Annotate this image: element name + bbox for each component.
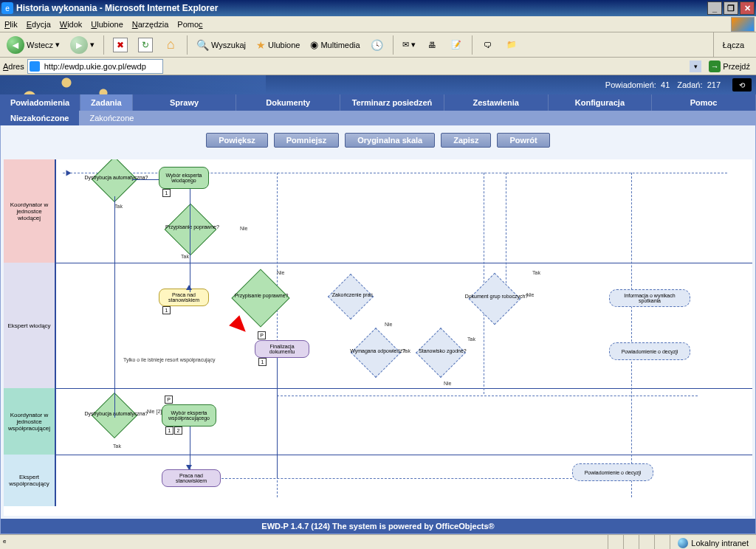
- forward-button[interactable]: ►▾: [66, 35, 98, 55]
- subtab-zakonczone[interactable]: Zakończone: [79, 111, 144, 125]
- security-zone: Lokalny intranet: [670, 535, 756, 550]
- close-button[interactable]: ✕: [740, 1, 755, 15]
- address-dropdown[interactable]: ▾: [690, 61, 701, 72]
- history-button[interactable]: 🕓: [367, 35, 388, 55]
- home-button[interactable]: ⌂: [159, 35, 182, 55]
- address-label: Adres: [3, 62, 24, 71]
- go-button[interactable]: →Przejdź: [706, 59, 753, 74]
- node-zakonczenie[interactable]: Zakończenie prac: [328, 274, 374, 320]
- tab-pomoc[interactable]: Pomoc: [652, 94, 756, 111]
- windows-flag-icon: [731, 17, 755, 32]
- workflow-diagram[interactable]: Koordynator w jednostce wiodącej Ekspert…: [4, 159, 752, 516]
- toolbar: ◄Wstecz▾ ►▾ ✖ ↻ ⌂ 🔍Wyszukaj ★Ulubione ◉M…: [0, 32, 756, 58]
- zoom-out-button[interactable]: Pomniejsz: [274, 133, 339, 148]
- original-scale-button[interactable]: Oryginalna skala: [345, 133, 435, 148]
- badge-12a: 1: [165, 427, 173, 435]
- node-wybor-eksperta-2[interactable]: Wybór eksperta współpracującego: [162, 404, 216, 427]
- stop-button[interactable]: ✖: [109, 35, 131, 55]
- tab-dokumenty[interactable]: Dokumenty: [236, 94, 340, 111]
- node-finalizacja[interactable]: Finalizacja dokumentu: [255, 340, 309, 358]
- menu-help[interactable]: Pomoc: [177, 20, 202, 29]
- menu-file[interactable]: Plik: [4, 20, 18, 29]
- links-label[interactable]: Łącza: [713, 32, 753, 58]
- address-input[interactable]: [27, 59, 163, 74]
- lane-2: Ekspert wiodący: [4, 263, 55, 388]
- badge-p: P: [258, 331, 266, 339]
- multimedia-button[interactable]: ◉Multimedia: [306, 35, 363, 55]
- badge-12b: 2: [174, 427, 182, 435]
- ie-icon: e: [1, 2, 13, 14]
- badge-1a: 1: [162, 189, 171, 197]
- tab-powiadomienia[interactable]: Powiadomienia: [0, 94, 80, 111]
- favorites-button[interactable]: ★Ulubione: [252, 35, 303, 55]
- window-title: Historia wykonania - Microsoft Internet …: [16, 3, 707, 13]
- globe-icon: [678, 538, 688, 548]
- zoom-in-button[interactable]: Powiększ: [206, 133, 268, 148]
- title-bar: e Historia wykonania - Microsoft Interne…: [0, 0, 756, 16]
- maximize-button[interactable]: ❐: [724, 1, 738, 15]
- menu-bar: Plik Edycja Widok Ulubione Narzędzia Pom…: [0, 16, 756, 32]
- main-tabs: Powiadomienia Zadania Sprawy Dokumenty T…: [0, 94, 756, 111]
- refresh-button[interactable]: ↻: [134, 35, 157, 55]
- edit-button[interactable]: 📝: [446, 35, 467, 55]
- diagram-toolbar: Powiększ Pomniejsz Oryginalna skala Zapi…: [1, 125, 755, 152]
- lane-4: Ekspert współpracujący: [4, 455, 55, 506]
- node-stanowisko-zgodne[interactable]: Stanowisko zgodne?: [416, 328, 466, 378]
- tab-zadania[interactable]: Zadania: [80, 94, 133, 111]
- lane-1: Koordynator w jednostce wiodącej: [4, 159, 55, 263]
- red-arrow-icon: [229, 315, 251, 337]
- tab-terminarz[interactable]: Terminarz posiedzeń: [340, 94, 444, 111]
- address-bar: Adres ▾ →Przejdź: [0, 58, 756, 75]
- node-dok-grup[interactable]: Dokument grup roboczych?: [469, 273, 521, 325]
- diagram-note: Tylko o ile istnieje resort współpracują…: [123, 357, 271, 362]
- page-icon: [30, 61, 40, 72]
- node-wybor-eksperta-1[interactable]: Wybór eksperta wiodącego: [159, 167, 209, 189]
- node-przypisanie-1[interactable]: Przypisanie poprawne?: [165, 204, 217, 256]
- badge-p2: P: [165, 396, 173, 404]
- lane-3: Koordynator w jednostce współpracującej: [4, 388, 55, 455]
- node-powiadomienie-2[interactable]: Powiadomienie o decyzji: [572, 463, 653, 481]
- menu-tools[interactable]: Narzędzia: [132, 20, 169, 29]
- search-button[interactable]: 🔍Wyszukaj: [193, 35, 250, 55]
- badge-2a: 1: [162, 306, 171, 314]
- tab-sprawy[interactable]: Sprawy: [133, 94, 237, 111]
- node-informacja[interactable]: Informacja o wynikach spotkania: [609, 289, 690, 307]
- sub-tabs: Niezakończone Zakończone: [0, 111, 756, 125]
- tab-zestawienia[interactable]: Zestawienia: [444, 94, 549, 111]
- app-footer: EWD-P 1.4.7 (124) The system is powered …: [1, 519, 755, 534]
- return-button[interactable]: Powrót: [497, 133, 549, 148]
- node-wymagana-odp[interactable]: Wymagana odpowiedź?: [351, 328, 401, 378]
- minimize-button[interactable]: _: [707, 1, 722, 15]
- back-button[interactable]: ◄Wstecz▾: [3, 35, 63, 55]
- node-praca-stanowisko-2[interactable]: Praca nad stanowiskiem: [162, 469, 221, 487]
- ie-status-icon: e: [3, 538, 13, 548]
- tasks-count: Zadań: 217: [677, 80, 721, 89]
- rewind-icon[interactable]: ⟲: [732, 78, 752, 92]
- discuss-button[interactable]: 🗨: [478, 35, 498, 55]
- tab-konfiguracja[interactable]: Konfiguracja: [549, 94, 653, 111]
- mail-button[interactable]: ✉▾: [399, 35, 419, 55]
- save-button[interactable]: Zapisz: [441, 133, 491, 148]
- folder-button[interactable]: 📁: [501, 35, 522, 55]
- menu-edit[interactable]: Edycja: [27, 20, 51, 29]
- menu-favorites[interactable]: Ulubione: [91, 20, 123, 29]
- status-bar: e Lokalny intranet: [0, 534, 756, 549]
- subtab-niezakonczone[interactable]: Niezakończone: [0, 111, 79, 125]
- content-area: Powiększ Pomniejsz Oryginalna skala Zapi…: [0, 125, 756, 534]
- menu-view[interactable]: Widok: [60, 20, 83, 29]
- node-praca-stanowisko[interactable]: Praca nad stanowiskiem: [159, 289, 209, 306]
- print-button[interactable]: 🖶: [422, 35, 443, 55]
- app-header: Powiadomień: 41 Zadań: 217 ⟲: [0, 75, 756, 94]
- notifications-count: Powiadomień: 41: [605, 80, 670, 89]
- node-powiadomienie-1[interactable]: Powiadomienie o decyzji: [609, 342, 690, 360]
